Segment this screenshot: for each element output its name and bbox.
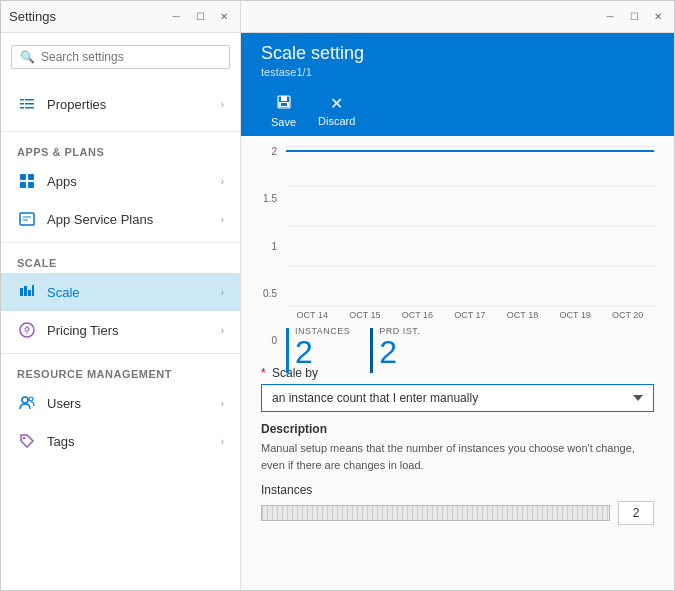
toolbar: Save ✕ Discard — [261, 86, 654, 136]
discard-icon: ✕ — [330, 94, 343, 113]
svg-rect-1 — [20, 103, 24, 105]
svg-rect-4 — [25, 103, 34, 105]
panel-header: Scale setting testase1/1 Save — [241, 33, 674, 136]
chart-inner — [286, 146, 654, 306]
chart-line — [286, 150, 654, 152]
properties-label: Properties — [47, 97, 221, 112]
left-window-controls[interactable]: ─ ☐ ✕ — [168, 9, 232, 25]
right-title-bar: ─ ☐ ✕ — [241, 1, 674, 32]
svg-rect-9 — [28, 182, 34, 188]
apps-icon — [17, 171, 37, 191]
section-scale: SCALE — [1, 247, 240, 273]
apps-chevron: › — [221, 176, 224, 187]
svg-point-15 — [20, 323, 34, 337]
y-label-1: 1 — [251, 241, 281, 252]
plans-label: App Service Plans — [47, 212, 221, 227]
svg-rect-14 — [32, 285, 34, 296]
slider-track[interactable] — [261, 505, 610, 521]
svg-rect-2 — [20, 107, 24, 109]
search-icon: 🔍 — [20, 50, 35, 64]
svg-rect-11 — [20, 288, 23, 296]
section-apps-plans: APPS & PLANS — [1, 136, 240, 162]
y-label-0: 0 — [251, 335, 281, 346]
discard-button[interactable]: ✕ Discard — [310, 90, 363, 132]
properties-section: Properties › — [1, 81, 240, 127]
sidebar-item-tags[interactable]: Tags › — [1, 422, 240, 460]
slider-row: 2 — [261, 501, 654, 525]
svg-point-18 — [23, 437, 25, 439]
y-label-1.5: 1.5 — [251, 193, 281, 204]
minimize-btn-left[interactable]: ─ — [168, 9, 184, 25]
chart-area: 2 1.5 1 0.5 0 — [241, 136, 674, 356]
window: Settings ─ ☐ ✕ ─ ☐ ✕ 🔍 — [0, 0, 675, 591]
y-axis: 2 1.5 1 0.5 0 — [251, 146, 281, 346]
left-title-bar: Settings ─ ☐ ✕ — [1, 1, 241, 32]
instance-item-1: INSTANCES 2 — [286, 326, 350, 373]
y-label-0.5: 0.5 — [251, 288, 281, 299]
instances-field: Instances 2 — [261, 483, 654, 525]
search-input[interactable] — [41, 50, 221, 64]
description-title: Description — [261, 422, 654, 436]
sidebar-item-apps[interactable]: Apps › — [1, 162, 240, 200]
scale-settings: * Scale by an instance count that I ente… — [241, 356, 674, 590]
instances-row: INSTANCES 2 PRD IST. 2 — [286, 326, 654, 381]
grid-line-3 — [286, 266, 654, 267]
x-label-oct18: OCT 18 — [507, 310, 538, 320]
svg-rect-8 — [20, 182, 26, 188]
grid-line-1 — [286, 186, 654, 187]
grid-line-top — [286, 146, 654, 147]
search-box[interactable]: 🔍 — [11, 45, 230, 69]
svg-point-17 — [29, 397, 33, 401]
grid-line-bottom — [286, 306, 654, 307]
svg-rect-13 — [28, 290, 31, 296]
x-label-oct15: OCT 15 — [349, 310, 380, 320]
section-resource: RESOURCE MANAGEMENT — [1, 358, 240, 384]
instance-value-2: 2 — [379, 336, 420, 368]
svg-rect-0 — [20, 99, 24, 101]
svg-rect-5 — [25, 107, 34, 109]
instance-info-2: PRD IST. 2 — [379, 326, 420, 368]
discard-label: Discard — [318, 115, 355, 127]
divider-2 — [1, 242, 240, 243]
maximize-btn-right[interactable]: ☐ — [626, 9, 642, 25]
sidebar: 🔍 Propertie — [1, 33, 241, 590]
properties-icon — [17, 94, 37, 114]
apps-label: Apps — [47, 174, 221, 189]
sidebar-item-users[interactable]: Users › — [1, 384, 240, 422]
sidebar-item-scale[interactable]: Scale › — [1, 273, 240, 311]
svg-rect-6 — [20, 174, 26, 180]
right-panel: Scale setting testase1/1 Save — [241, 33, 674, 590]
title-bars: Settings ─ ☐ ✕ ─ ☐ ✕ — [1, 1, 674, 33]
scale-by-select[interactable]: an instance count that I enter manually … — [261, 384, 654, 412]
sidebar-item-properties[interactable]: Properties › — [1, 85, 240, 123]
slider-container[interactable] — [261, 505, 610, 521]
minimize-btn-right[interactable]: ─ — [602, 9, 618, 25]
sidebar-item-pricing-tiers[interactable]: Pricing Tiers › — [1, 311, 240, 349]
close-btn-left[interactable]: ✕ — [216, 9, 232, 25]
users-chevron: › — [221, 398, 224, 409]
settings-title: Settings — [9, 9, 56, 24]
y-label-2: 2 — [251, 146, 281, 157]
divider-3 — [1, 353, 240, 354]
divider-1 — [1, 131, 240, 132]
instance-bar-1 — [286, 328, 289, 373]
instance-bar-2 — [370, 328, 373, 373]
tags-icon — [17, 431, 37, 451]
close-btn-right[interactable]: ✕ — [650, 9, 666, 25]
save-button[interactable]: Save — [261, 90, 306, 132]
x-label-oct17: OCT 17 — [454, 310, 485, 320]
chart-container: 2 1.5 1 0.5 0 — [251, 146, 654, 346]
maximize-btn-left[interactable]: ☐ — [192, 9, 208, 25]
tags-chevron: › — [221, 436, 224, 447]
right-window-controls[interactable]: ─ ☐ ✕ — [602, 9, 666, 25]
description-section: Description Manual setup means that the … — [261, 422, 654, 473]
save-icon — [276, 94, 292, 114]
grid-line-2 — [286, 226, 654, 227]
save-label: Save — [271, 116, 296, 128]
plans-chevron: › — [221, 214, 224, 225]
pricing-label: Pricing Tiers — [47, 323, 221, 338]
sidebar-item-app-service-plans[interactable]: App Service Plans › — [1, 200, 240, 238]
panel-subtitle: testase1/1 — [261, 66, 654, 78]
users-label: Users — [47, 396, 221, 411]
scale-icon — [17, 282, 37, 302]
